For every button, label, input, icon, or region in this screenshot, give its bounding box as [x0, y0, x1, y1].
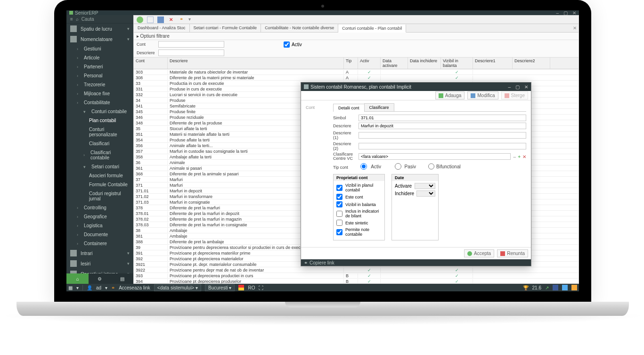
sidebar-item[interactable]: ›Geografice	[66, 212, 133, 221]
column-header[interactable]: Activ	[358, 58, 381, 69]
sidebar-item[interactable]: ›Documente	[66, 230, 133, 239]
sidebar-item[interactable]: Clasificari	[66, 139, 133, 148]
sidebar-item[interactable]: Asocieri formule	[66, 171, 133, 180]
simbol-input[interactable]	[359, 115, 526, 121]
column-header[interactable]: Vizibil in balanta	[441, 58, 473, 69]
edit-icon[interactable]	[157, 17, 164, 23]
access-link[interactable]: Acceseaza link	[119, 285, 150, 290]
sidebar-item[interactable]: ▾Conturi contabile	[66, 107, 133, 116]
descriere2-input[interactable]	[359, 143, 526, 149]
sidebar-item[interactable]: ›Gestiuni	[66, 44, 133, 53]
activare-select[interactable]	[415, 183, 435, 189]
table-row[interactable]: 393 Provizioane pt deprecierea productie…	[134, 273, 579, 279]
radio-activ[interactable]: Activ	[359, 163, 381, 170]
sidebar-item[interactable]: ›Clasificari contabile	[66, 148, 133, 162]
sidebar-item[interactable]: ›Parteneri	[66, 62, 133, 71]
apps-icon[interactable]: ▦	[68, 285, 73, 290]
descriere-input[interactable]	[359, 123, 526, 129]
dropdown-icon[interactable]: ▾	[76, 285, 79, 290]
radio-pasiv[interactable]: Pasiv	[393, 163, 416, 170]
adauga-button[interactable]: Adauga	[435, 91, 465, 99]
sidebar-item[interactable]: Operatiuni interne▾	[66, 269, 133, 273]
prop-checkbox[interactable]: Vizibil in planul contabil	[336, 183, 382, 192]
search-bar[interactable]: ≡ ⌕ Cauta	[66, 15, 133, 24]
accepta-button[interactable]: Accepta	[464, 249, 494, 257]
dialog-minimize-icon[interactable]: –	[508, 84, 511, 90]
column-header[interactable]: Descriere2	[513, 58, 550, 69]
sterge-button[interactable]: Sterge	[501, 91, 528, 99]
prop-checkbox[interactable]: Permite note contabile	[336, 227, 382, 237]
tab-detalii[interactable]: Detalii cont	[333, 104, 365, 112]
date-combo[interactable]: <data sistemului> ▾	[154, 284, 201, 291]
column-header[interactable]: Cont	[134, 58, 168, 69]
column-header[interactable]: Data inchidere	[408, 58, 441, 69]
radio-bifunctional[interactable]: Bifunctional	[428, 163, 451, 170]
sidebar-item[interactable]: ›Containere	[66, 239, 133, 248]
dialog-maximize-icon[interactable]: ▢	[515, 84, 520, 90]
table-row[interactable]: 308 Diferente de pret la materii prime s…	[134, 75, 579, 81]
copy-link-bar[interactable]: ⚭Copiere link	[301, 259, 531, 266]
table-row[interactable]: 3922 Provizioane pentru depr mat de nat …	[134, 267, 579, 273]
table-row[interactable]: 394 Provizioane pt deprecierea produselo…	[134, 279, 579, 283]
sidebar-item[interactable]: ›Mijloace fixe	[66, 89, 133, 98]
new-doc-icon[interactable]	[147, 17, 154, 23]
prop-checkbox[interactable]: Vizibil in balanta	[336, 201, 382, 207]
filter-desc-input[interactable]	[158, 50, 224, 56]
tab-close-icon[interactable]: ✕	[573, 25, 577, 31]
descriere1-input[interactable]	[359, 132, 526, 139]
hamburger-icon[interactable]: ≡	[70, 17, 73, 22]
sidebar-item[interactable]: ›Logistica	[66, 221, 133, 230]
column-header[interactable]: Descriere1	[473, 58, 513, 69]
prop-checkbox[interactable]: Inclus in indicatori de bilant	[336, 209, 382, 218]
gear-icon[interactable]: ⚙	[89, 273, 111, 284]
report-icon[interactable]: ▤	[111, 273, 133, 284]
signal-icon[interactable]: ↗	[545, 285, 549, 290]
facebook-icon[interactable]	[553, 285, 558, 290]
link-icon[interactable]: ⚭	[178, 17, 185, 23]
sidebar-item[interactable]: ›Trezorerie	[66, 80, 133, 89]
tab-clasificare[interactable]: Clasificare	[364, 103, 394, 111]
column-header[interactable]: Data activare	[381, 58, 408, 69]
clasificare-input[interactable]	[359, 153, 511, 160]
sidebar-item-nomenclators[interactable]: Nomenclatoare▾	[66, 34, 133, 44]
inchidere-select[interactable]	[416, 190, 435, 197]
clear-icon[interactable]: –	[514, 154, 516, 159]
trophy-icon[interactable]: 🏆	[523, 285, 529, 290]
sidebar-item[interactable]: ▾Setari contari	[66, 162, 133, 171]
modifica-button[interactable]: Modifica	[467, 91, 498, 99]
dropdown-icon[interactable]: ▾	[188, 17, 195, 23]
content-tab[interactable]: Conturi contabile - Plan contabil	[338, 25, 406, 33]
filter-activ-checkbox[interactable]	[284, 41, 290, 48]
sidebar-item[interactable]: ›Controlling	[66, 203, 133, 212]
plus-icon[interactable]: +	[518, 154, 521, 159]
renunta-button[interactable]: Renunta	[497, 249, 528, 257]
refresh-icon[interactable]	[137, 17, 143, 23]
sidebar-item[interactable]: Intrari▾	[66, 248, 133, 258]
rss-icon[interactable]	[571, 285, 577, 290]
home-button[interactable]: ⌂	[66, 273, 89, 284]
collapse-icon[interactable]: ▸	[137, 33, 139, 39]
content-tab[interactable]: Setari contari - Formule Contabile	[190, 24, 261, 32]
x-icon[interactable]: ✕	[522, 154, 526, 159]
window-close-icon[interactable]: ✕	[572, 10, 576, 16]
window-minimize-icon[interactable]: –	[556, 10, 559, 16]
sidebar-item[interactable]: Formule Contabile	[66, 180, 133, 189]
prop-checkbox[interactable]: Este sintetic	[336, 220, 382, 226]
sidebar-item[interactable]: Iesiri▾	[66, 258, 133, 269]
column-header[interactable]: Tip	[344, 58, 358, 69]
sidebar-item[interactable]: ›Contabilitate	[66, 98, 133, 107]
sidebar-item[interactable]: Plan contabil	[66, 116, 133, 125]
expand-icon[interactable]: ⛶	[259, 285, 263, 290]
twitter-icon[interactable]	[562, 285, 568, 290]
sidebar-item[interactable]: ›Articole	[66, 53, 133, 62]
delete-icon[interactable]: ✕	[168, 17, 174, 23]
sidebar-item[interactable]: ›Personal	[66, 71, 133, 80]
dialog-close-icon[interactable]: ✕	[524, 84, 528, 90]
window-maximize-icon[interactable]: ▢	[563, 10, 568, 16]
location-combo[interactable]: Bucuresti ▾	[205, 284, 235, 291]
column-header[interactable]: Descriere	[168, 58, 344, 69]
table-row[interactable]: 303 Materiale de natura obiectelor de in…	[134, 69, 579, 75]
content-tab[interactable]: Contabilitate - Note contabile diverse	[261, 24, 338, 32]
content-tab[interactable]: Dashboard - Analiza Stoc	[134, 24, 190, 32]
sidebar-item-workspace[interactable]: Spatiu de lucru▾	[66, 24, 133, 34]
